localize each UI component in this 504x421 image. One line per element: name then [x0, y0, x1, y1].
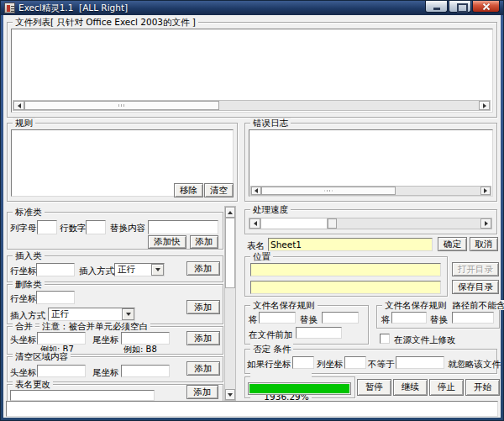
delete-mode-select[interactable]: 正行 [48, 308, 135, 321]
negate-not-equal-label: 不等于 [368, 359, 395, 369]
scroll-left-button[interactable] [251, 187, 261, 195]
rule-from-label: 将 [249, 314, 258, 324]
rename-sheet-legend: 表名更改 [13, 379, 53, 389]
status-output[interactable] [6, 401, 498, 417]
rule2-to-input[interactable] [452, 312, 494, 324]
scrollbar-thumb[interactable] [225, 218, 235, 288]
close-button[interactable] [472, 1, 500, 13]
scrollbar-thumb[interactable] [24, 101, 219, 110]
save-path-input[interactable] [250, 281, 441, 294]
clear-area-legend: 清空区域内容 [13, 351, 71, 361]
scrollbar-track[interactable] [219, 101, 479, 110]
negate-col-input[interactable] [344, 356, 366, 369]
merge-add-button[interactable]: 添加 [186, 331, 220, 345]
negate-value-input[interactable] [396, 356, 444, 369]
rename-add-button[interactable]: 添加 [186, 385, 218, 399]
negate-col-label: 列坐标 [317, 359, 344, 369]
memory-progress-fill [249, 384, 349, 393]
insert-row-coord-label: 行坐标 [10, 266, 37, 276]
ok-button[interactable]: 确定 [438, 237, 467, 251]
scrollbar-thumb[interactable] [261, 187, 396, 195]
speed-slider[interactable] [249, 218, 492, 229]
left-panel-scrollbar[interactable] [224, 206, 236, 401]
replace-content-input[interactable] [148, 220, 218, 234]
replace-content-label: 替换内容 [110, 223, 145, 233]
speed-legend: 处理速度 [250, 204, 291, 214]
scroll-down-button[interactable] [225, 389, 235, 400]
row-number-input[interactable] [86, 220, 106, 234]
file-list-hscrollbar[interactable] [13, 100, 491, 111]
scroll-right-button[interactable] [479, 101, 490, 110]
sheet-name-label: 表名 [247, 240, 265, 250]
open-path-input[interactable] [250, 263, 441, 276]
row-number-label: 行数字 [60, 223, 87, 233]
modify-source-checkbox[interactable] [380, 334, 390, 344]
stop-button[interactable]: 停止 [429, 379, 464, 396]
arrow-right-icon [484, 188, 487, 193]
scroll-right-button[interactable] [480, 187, 491, 195]
add-fast-button[interactable]: 添加快 [148, 235, 186, 249]
rule-to-label: 替换 [300, 314, 318, 324]
insert-mode-select[interactable]: 正行 [114, 263, 165, 276]
scrollbar-track[interactable] [396, 187, 480, 195]
modify-source-label: 在源文件上修改 [394, 334, 456, 345]
start-button[interactable]: 开始 [465, 379, 500, 396]
rules-legend: 规则 [13, 118, 35, 128]
rule-prefix-label: 在文件前加 [249, 329, 293, 339]
maximize-button[interactable] [449, 1, 471, 13]
col-letter-input[interactable] [37, 220, 57, 234]
rule-to-input[interactable] [322, 312, 359, 324]
arrow-left-icon [254, 221, 257, 226]
scroll-left-button[interactable] [13, 101, 24, 110]
dropdown-icon [122, 308, 134, 320]
slider-track[interactable] [337, 218, 480, 229]
delete-row-coord-label: 行坐标 [10, 293, 37, 303]
rule-prefix-input[interactable] [296, 327, 342, 339]
merge-head-label: 头坐标 [10, 334, 37, 345]
error-log-hscrollbar[interactable] [250, 186, 491, 196]
app-icon [4, 3, 15, 13]
rules-remove-button[interactable]: 移除 [174, 183, 203, 197]
arrow-left-icon [255, 188, 258, 193]
scrollbar-track[interactable] [225, 288, 235, 389]
rule-from-input[interactable] [259, 312, 296, 324]
open-dir-button: 打开目录 [452, 262, 499, 276]
insert-add-button[interactable]: 添加 [186, 261, 220, 276]
dropdown-icon [151, 264, 164, 276]
negate-row-input[interactable] [292, 356, 314, 369]
merge-tail-hint: 例如: B8 [123, 345, 157, 355]
negate-ignore-label: 就忽略该文件 [448, 359, 501, 369]
title-bar[interactable]: Execl精灵1.1 [ALL Right] [1, 1, 503, 15]
arrow-up-icon [228, 211, 233, 214]
window-title: Execl精灵1.1 [ALL Right] [18, 3, 128, 14]
slider-page-area[interactable] [260, 218, 328, 229]
location-legend: 位置 [250, 251, 273, 261]
slider-thumb[interactable] [328, 218, 337, 229]
insert-row-coord-input[interactable] [36, 263, 75, 276]
merge-head-input[interactable] [37, 332, 86, 345]
delete-row-coord-input[interactable] [36, 291, 75, 304]
clear-head-input[interactable] [37, 365, 86, 377]
standard-add-button[interactable]: 添加 [190, 235, 218, 249]
rule2-from-label: 将 [381, 314, 391, 324]
cancel-button[interactable]: 取消 [470, 237, 498, 251]
filename-rule2-legend: 文件名保存规则 路径前不能含有 [382, 300, 504, 310]
scroll-up-button[interactable] [225, 207, 235, 218]
save-dir-button[interactable]: 保存目录 [452, 280, 499, 294]
slider-left-button[interactable] [249, 218, 260, 229]
resume-button[interactable]: 继续 [393, 379, 428, 396]
pause-button[interactable]: 暂停 [357, 379, 391, 396]
rule2-from-input[interactable] [391, 312, 427, 324]
slider-right-button[interactable] [480, 218, 491, 229]
clear-tail-input[interactable] [121, 365, 170, 377]
rename-sheet-input[interactable] [10, 390, 155, 401]
merge-tail-input[interactable] [121, 332, 170, 345]
delete-add-button[interactable]: 添加 [186, 300, 220, 314]
rules-clear-button[interactable]: 清空 [204, 183, 234, 197]
clear-tail-label: 尾坐标 [92, 367, 119, 377]
minimize-button[interactable] [425, 1, 448, 13]
sheet-name-input[interactable] [268, 238, 433, 251]
merge-legend: 合并 [13, 321, 35, 331]
arrow-right-icon [483, 103, 486, 108]
clear-area-add-button[interactable]: 添加 [186, 361, 220, 376]
